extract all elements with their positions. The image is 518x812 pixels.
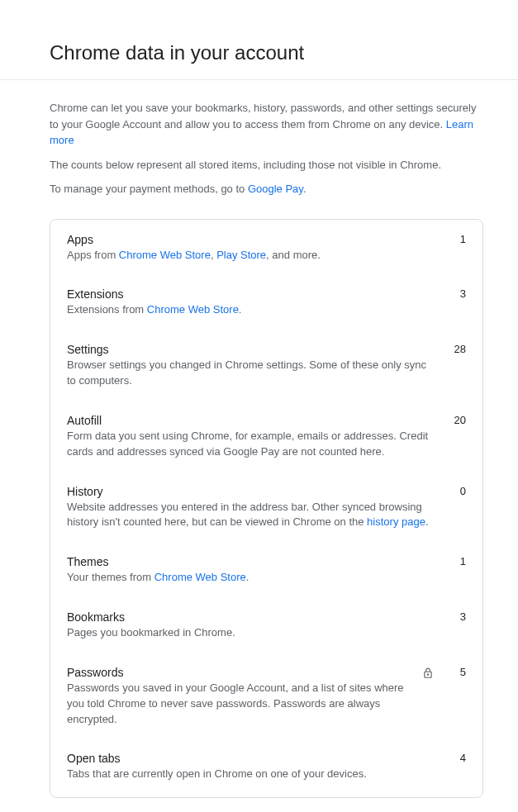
row-title-themes: Themes xyxy=(67,555,436,568)
row-desc-passwords: Passwords you saved in your Google Accou… xyxy=(67,681,408,728)
row-desc-history: Website addresses you entered in the add… xyxy=(67,500,436,531)
intro-text-3a: To manage your payment methods, go to xyxy=(50,183,248,195)
row-title-extensions: Extensions xyxy=(67,287,436,301)
count-extensions: 3 xyxy=(446,287,466,300)
row-title-open-tabs: Open tabs xyxy=(67,752,436,765)
row-desc-settings: Browser settings you changed in Chrome s… xyxy=(67,358,436,389)
chrome-web-store-link[interactable]: Chrome Web Store xyxy=(119,249,211,261)
row-desc-bookmarks: Pages you bookmarked in Chrome. xyxy=(67,625,436,641)
chrome-web-store-link[interactable]: Chrome Web Store xyxy=(147,303,239,316)
intro-paragraph-2: The counts below represent all stored it… xyxy=(50,157,483,173)
intro-paragraph-3: To manage your payment methods, go to Go… xyxy=(50,181,483,197)
row-themes: Themes Your themes from Chrome Web Store… xyxy=(50,544,482,599)
row-desc-open-tabs: Tabs that are currently open in Chrome o… xyxy=(67,767,436,782)
row-bookmarks: Bookmarks Pages you bookmarked in Chrome… xyxy=(50,599,482,654)
count-apps: 1 xyxy=(446,233,466,245)
row-title-bookmarks: Bookmarks xyxy=(67,610,436,624)
row-desc-apps: Apps from Chrome Web Store, Play Store, … xyxy=(67,248,436,264)
row-title-apps: Apps xyxy=(67,233,436,246)
play-store-link[interactable]: Play Store xyxy=(216,249,266,261)
row-title-history: History xyxy=(67,485,436,498)
row-history: History Website addresses you entered in… xyxy=(50,473,482,544)
row-open-tabs: Open tabs Tabs that are currently open i… xyxy=(50,740,482,795)
count-settings: 28 xyxy=(446,343,466,355)
page-title: Chrome data in your account xyxy=(50,41,518,64)
count-passwords: 5 xyxy=(446,666,466,678)
intro-text-3b: . xyxy=(303,183,307,195)
count-open-tabs: 4 xyxy=(446,752,466,764)
count-history: 0 xyxy=(446,485,466,497)
history-page-link[interactable]: history page xyxy=(367,515,425,528)
count-autofill: 20 xyxy=(446,414,466,426)
row-apps: Apps Apps from Chrome Web Store, Play St… xyxy=(50,221,482,277)
intro-text-1: Chrome can let you save your bookmarks, … xyxy=(50,102,476,131)
count-themes: 1 xyxy=(446,555,466,567)
row-desc-extensions: Extensions from Chrome Web Store. xyxy=(67,302,436,318)
row-settings: Settings Browser settings you changed in… xyxy=(50,331,482,402)
lock-icon xyxy=(418,663,438,683)
row-title-passwords: Passwords xyxy=(67,666,408,679)
row-desc-themes: Your themes from Chrome Web Store. xyxy=(67,570,436,586)
intro-paragraph-1: Chrome can let you save your bookmarks, … xyxy=(50,100,483,149)
row-autofill: Autofill Form data you sent using Chrome… xyxy=(50,402,482,473)
row-extensions: Extensions Extensions from Chrome Web St… xyxy=(50,276,482,331)
data-types-card: Apps Apps from Chrome Web Store, Play St… xyxy=(50,219,483,799)
row-title-autofill: Autofill xyxy=(67,414,436,427)
row-title-settings: Settings xyxy=(67,343,436,356)
google-pay-link[interactable]: Google Pay xyxy=(248,183,303,195)
row-desc-autofill: Form data you sent using Chrome, for exa… xyxy=(67,429,436,460)
count-bookmarks: 3 xyxy=(446,610,466,623)
chrome-web-store-link[interactable]: Chrome Web Store xyxy=(154,571,246,583)
row-passwords: Passwords Passwords you saved in your Go… xyxy=(50,654,482,741)
